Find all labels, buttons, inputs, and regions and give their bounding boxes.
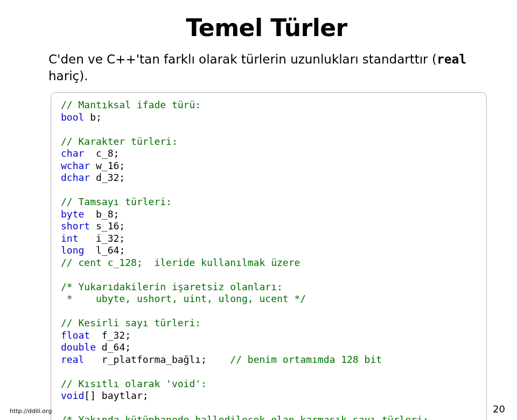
comment-unsigned-a: /* Yukarıdakilerin işaretsiz olanları: <box>61 281 283 292</box>
comment-cent-text: ileride kullanılmak üzere <box>143 257 301 268</box>
keyword-short: short <box>61 220 90 232</box>
keyword-double: double <box>61 341 96 353</box>
decl-int: i_32; <box>79 233 125 244</box>
decl-real: r_platforma_bağlı; <box>84 354 230 365</box>
slide-page: Temel Türler C'den ve C++'tan farklı ola… <box>0 0 517 420</box>
keyword-real: real <box>61 354 84 365</box>
keyword-bool: bool <box>61 111 84 123</box>
footer-url: http://ddili.org <box>10 408 52 415</box>
footer-page-number: 20 <box>493 403 505 415</box>
comment-void: // Kısıtlı olarak 'void': <box>61 378 207 389</box>
decl-void: [] baytlar; <box>84 390 148 401</box>
decl-char: c_8; <box>84 148 119 159</box>
keyword-float: float <box>61 330 90 341</box>
intro-mono: real <box>437 52 466 66</box>
footer: http://ddili.org 20 <box>10 403 505 415</box>
keyword-byte: byte <box>61 208 84 220</box>
page-title: Temel Türler <box>48 14 485 41</box>
comment-cent-slash: // cent c_128; <box>61 257 143 268</box>
keyword-int: int <box>61 233 79 244</box>
comment-complex-a: /* Yakında kütüphanede halledilecek olan… <box>61 414 429 420</box>
decl-float: f_32; <box>90 330 131 341</box>
comment-real-platform: // benim ortamımda 128 bit <box>230 354 382 365</box>
decl-wchar: w_16; <box>90 160 125 171</box>
keyword-char: char <box>61 148 84 159</box>
decl-double: d_64; <box>96 341 131 353</box>
keyword-wchar: wchar <box>61 160 90 171</box>
keyword-dchar: dchar <box>61 172 90 183</box>
intro-prefix: C'den ve C++'tan farklı olarak türlerin … <box>48 52 437 66</box>
comment-int-types: // Tamsayı türleri: <box>61 196 172 207</box>
code-block: // Mantıksal ifade türü: bool b; // Kara… <box>51 92 487 420</box>
keyword-void: void <box>61 390 84 401</box>
intro-suffix: hariç). <box>48 69 88 83</box>
decl-bool: b; <box>84 111 102 123</box>
intro-paragraph: C'den ve C++'tan farklı olarak türlerin … <box>48 51 485 85</box>
comment-float-types: // Kesirli sayı türleri: <box>61 317 201 328</box>
comment-unsigned-b: * ubyte, ushort, uint, ulong, ucent */ <box>61 293 306 304</box>
decl-dchar: d_32; <box>90 172 125 183</box>
keyword-long: long <box>61 244 84 256</box>
decl-short: s_16; <box>90 220 125 232</box>
decl-byte: b_8; <box>84 208 119 220</box>
comment-char-types: // Karakter türleri: <box>61 136 178 147</box>
comment-bool: // Mantıksal ifade türü: <box>61 99 201 110</box>
decl-long: l_64; <box>84 244 125 256</box>
